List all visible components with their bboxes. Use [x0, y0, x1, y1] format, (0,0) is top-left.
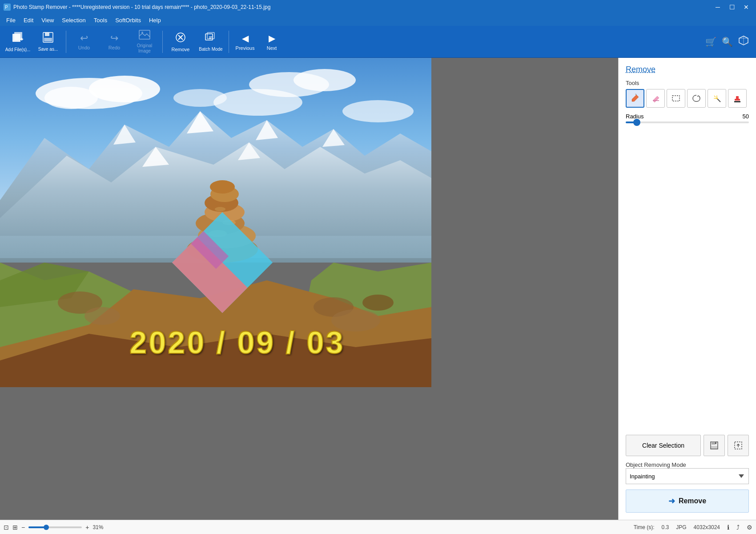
zoom-in-icon[interactable]: + — [85, 524, 89, 531]
add-files-button[interactable]: Add File(s)... — [4, 28, 32, 56]
undo-icon: ↩ — [80, 33, 88, 43]
menu-file[interactable]: File — [3, 16, 19, 24]
redo-button[interactable]: ↪ Redo — [100, 28, 129, 56]
menu-help[interactable]: Help — [145, 16, 165, 24]
radius-slider-thumb[interactable] — [633, 119, 640, 126]
remove-icon — [175, 32, 186, 45]
svg-rect-44 — [672, 96, 680, 101]
panel-spacer — [626, 130, 749, 426]
eraser-tool-button[interactable] — [646, 89, 665, 108]
image-scene: 2020 / 09 / 03 — [0, 58, 431, 387]
svg-rect-7 — [45, 32, 49, 36]
window-title: Photo Stamp Remover - ****Unregistered v… — [13, 4, 270, 10]
search-icon[interactable]: 🔍 — [722, 36, 733, 47]
radius-slider[interactable] — [626, 121, 749, 123]
menu-softorbits[interactable]: SoftOrbits — [112, 16, 145, 24]
toolbar-sep-3 — [229, 31, 229, 53]
dimensions-label: 4032x3024 — [694, 524, 720, 530]
batch-mode-icon — [205, 32, 217, 45]
save-as-icon — [42, 32, 54, 45]
rect-tool-button[interactable] — [667, 89, 685, 108]
maximize-button[interactable]: ☐ — [726, 1, 738, 13]
add-files-icon — [12, 31, 24, 45]
menu-selection[interactable]: Selection — [58, 16, 89, 24]
remove-arrow-icon: ➜ — [668, 496, 675, 506]
stamp-tool-button[interactable] — [728, 89, 747, 108]
svg-point-23 — [342, 100, 414, 122]
tools-section: Tools — [626, 80, 749, 108]
crop-icon[interactable]: ⊞ — [12, 524, 18, 531]
zoom-slider[interactable] — [28, 526, 82, 528]
remove-label: Remove — [172, 47, 190, 52]
svg-rect-14 — [207, 32, 214, 39]
radius-label: Radius — [626, 113, 643, 120]
svg-point-18 — [44, 87, 98, 109]
remove-button[interactable]: ➜ Remove — [626, 490, 749, 513]
svg-point-46 — [716, 97, 718, 99]
undo-label: Undo — [78, 45, 90, 50]
original-image-icon — [139, 30, 150, 41]
share-icon[interactable]: ⤴ — [736, 524, 740, 531]
zoom-fill — [28, 526, 44, 528]
add-files-label: Add File(s)... — [5, 47, 31, 53]
format-label: JPG — [676, 524, 686, 530]
batch-mode-button[interactable]: Batch Mode — [197, 28, 225, 56]
svg-point-30 — [210, 180, 235, 194]
radius-section: Radius 50 — [626, 113, 749, 125]
save-as-label: Save as... — [38, 47, 58, 52]
svg-rect-52 — [711, 446, 717, 449]
clear-selection-button[interactable]: Clear Selection — [626, 435, 701, 456]
svg-rect-8 — [44, 38, 52, 41]
toolbar: Add File(s)... Save as... ↩ Undo ↪ Redo — [0, 26, 756, 58]
time-value: 0.3 — [662, 524, 669, 530]
lasso-tool-button[interactable] — [687, 89, 706, 108]
zoom-track[interactable] — [28, 526, 82, 528]
info-icon[interactable]: ℹ — [727, 524, 729, 531]
eraser-icon — [651, 93, 660, 103]
zoom-fit-icon[interactable]: ⊡ — [4, 524, 9, 531]
brush-icon — [630, 93, 640, 103]
save-as-button[interactable]: Save as... — [34, 28, 62, 56]
panel-title: Remove — [626, 65, 749, 74]
magic-wand-icon — [712, 93, 722, 103]
save-selection-button[interactable] — [704, 435, 725, 456]
zoom-out-icon[interactable]: − — [21, 524, 25, 531]
radius-value: 50 — [743, 113, 749, 120]
close-button[interactable]: ✕ — [740, 1, 752, 13]
minimize-button[interactable]: ─ — [712, 1, 724, 13]
svg-point-20 — [294, 69, 356, 91]
cart-icon[interactable]: 🛒 — [705, 36, 716, 47]
svg-rect-48 — [736, 96, 739, 99]
clear-selection-row: Clear Selection — [626, 435, 749, 456]
load-selection-button[interactable] — [728, 435, 749, 456]
previous-button[interactable]: ◀ Previous — [233, 28, 257, 56]
cube-icon[interactable] — [738, 35, 749, 48]
toolbar-sep-2 — [162, 31, 163, 53]
original-image-button[interactable]: Original Image — [130, 28, 159, 56]
redo-icon: ↪ — [110, 33, 118, 43]
menu-tools[interactable]: Tools — [90, 16, 111, 24]
next-label: Next — [267, 45, 277, 51]
mode-select[interactable]: Inpainting Smart Fill Content Aware — [626, 468, 749, 484]
menu-edit[interactable]: Edit — [20, 16, 37, 24]
svg-point-22 — [173, 89, 227, 107]
canvas-area[interactable]: 2020 / 09 / 03 — [0, 58, 618, 520]
brush-tool-button[interactable] — [626, 89, 644, 108]
zoom-thumb[interactable] — [44, 525, 49, 530]
radius-slider-container[interactable] — [626, 120, 749, 125]
title-bar: P Photo Stamp Remover - ****Unregistered… — [0, 0, 756, 14]
status-right: Time (s): 0.3 JPG 4032x3024 ℹ ⤴ ⚙ — [634, 524, 752, 531]
logo-overlay — [160, 200, 285, 325]
next-button[interactable]: ▶ Next — [259, 28, 284, 56]
svg-point-17 — [89, 76, 160, 102]
mode-section: Object Removing Mode Inpainting Smart Fi… — [626, 461, 749, 484]
undo-button[interactable]: ↩ Undo — [70, 28, 98, 56]
load-selection-icon — [734, 441, 743, 450]
menu-view[interactable]: View — [38, 16, 57, 24]
settings-icon[interactable]: ⚙ — [747, 524, 752, 531]
remove-toolbar-button[interactable]: Remove — [166, 28, 195, 56]
zoom-percent: 31% — [92, 524, 103, 530]
original-image-label: Original Image — [130, 43, 159, 54]
magic-wand-tool-button[interactable] — [708, 89, 726, 108]
rect-icon — [671, 93, 681, 103]
